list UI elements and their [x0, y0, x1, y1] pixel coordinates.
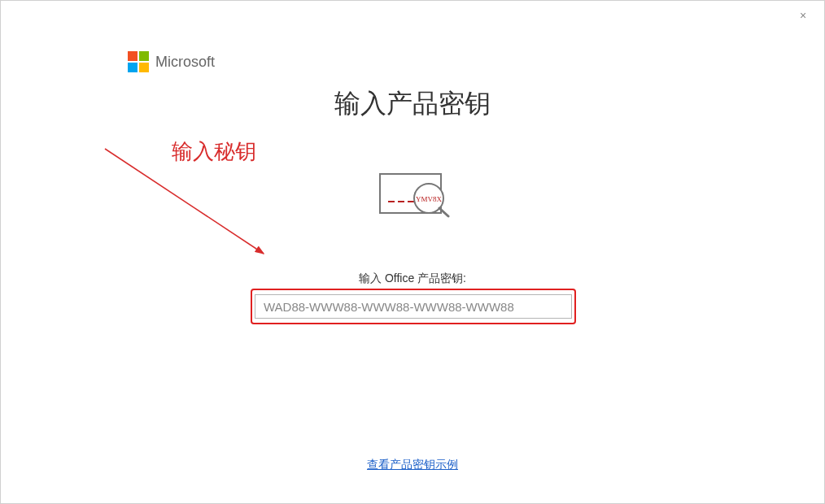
product-key-example-link[interactable]: 查看产品密钥示例 [367, 458, 458, 471]
close-button[interactable]: × [795, 7, 811, 24]
close-icon: × [800, 9, 806, 22]
product-key-label: 输入 Office 产品密钥: [1, 272, 824, 286]
key-card-magnifier-icon: YMV8X [372, 167, 453, 224]
product-key-input[interactable] [255, 294, 572, 319]
microsoft-text: Microsoft [155, 54, 215, 71]
annotation-label: 输入秘钥 [172, 137, 256, 166]
microsoft-tiles-icon [128, 51, 149, 72]
page-title: 输入产品密钥 [1, 86, 824, 122]
input-highlight-box [251, 289, 576, 324]
product-key-illustration: YMV8X [372, 167, 453, 228]
microsoft-logo: Microsoft [128, 51, 215, 72]
svg-text:YMV8X: YMV8X [416, 195, 443, 203]
example-link-wrap: 查看产品密钥示例 [1, 458, 824, 472]
dialog-window: × Microsoft 输入产品密钥 输入秘钥 YMV8X [0, 0, 825, 504]
